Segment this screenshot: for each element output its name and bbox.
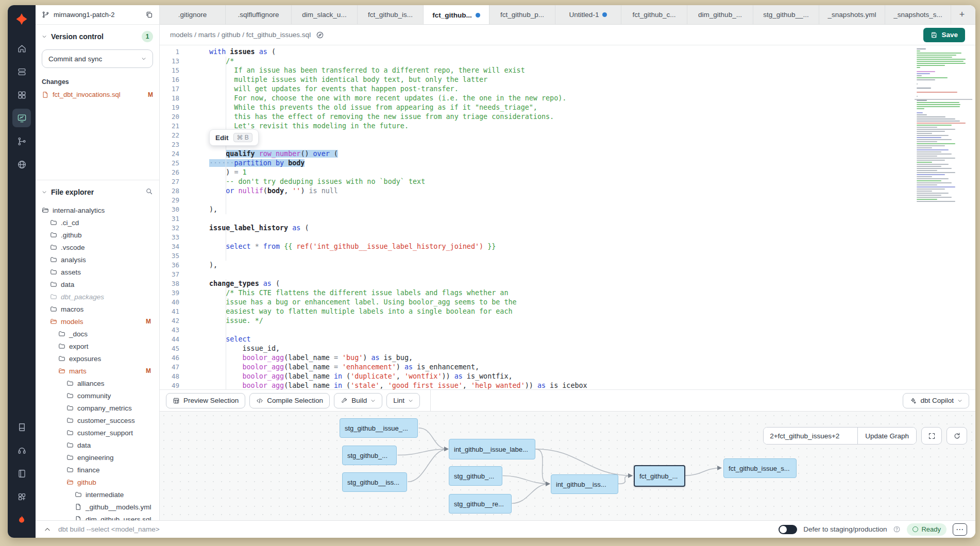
editor-tab[interactable]: fct_github_c... [621,5,687,24]
edit-tooltip[interactable]: Edit ⌘ B [209,129,259,146]
code-line[interactable]: 22 */ [160,131,975,140]
file-tree-item[interactable]: community [42,389,153,402]
code-line[interactable]: 42 issue. */ [160,316,975,326]
lineage-node[interactable]: int_github__issue_labe... [449,439,535,459]
more-options-button[interactable]: ⋯ [953,523,967,536]
save-button[interactable]: Save [923,28,965,42]
docs-book-icon[interactable] [12,418,31,436]
file-tree-item[interactable]: dbt_packages [42,291,153,303]
code-line[interactable]: 36), [160,261,975,270]
file-tree-item[interactable]: intermediate [42,488,153,501]
code-editor[interactable]: Edit ⌘ B 1with issues as (13 /*15 If an … [160,45,975,389]
editor-tab[interactable]: fct_github_p... [489,5,555,24]
refresh-button[interactable] [947,427,967,445]
file-tree-item[interactable]: alliances [42,377,153,389]
file-tree-item[interactable]: _github__models.yml [42,501,153,513]
file-tree-item[interactable]: analysis [42,253,153,266]
file-tree-item[interactable]: engineering [42,451,153,464]
file-tree-item[interactable]: data [42,439,153,451]
file-tree-item[interactable]: github [42,476,153,488]
defer-toggle[interactable] [779,525,797,534]
code-line[interactable]: 32issue_label_history as ( [160,224,975,233]
code-line[interactable]: 40 issue has a bug or enhancement label.… [160,298,975,307]
editor-tab[interactable]: .gitignore [160,5,226,24]
code-line[interactable]: 20 this has the effect of removing the n… [160,112,975,122]
chevron-down-icon[interactable] [42,34,47,39]
commit-and-sync-select[interactable]: Commit and sync [42,49,153,68]
code-line[interactable]: 46 boolor_agg(label_name = 'bug') as is_… [160,353,975,363]
command-input[interactable]: dbt build --select <model_name> [58,525,160,533]
file-tree-item[interactable]: dim_github_users.sql [42,513,153,520]
code-line[interactable]: 49 boolor_agg(label_name in ('stale', 'g… [160,381,975,389]
code-line[interactable]: 25······partition by body [160,159,975,168]
journal-icon[interactable] [12,464,31,483]
editor-tab[interactable]: Untitled-1 [555,5,621,24]
deploy-stack-icon[interactable] [12,62,31,81]
file-tree-item[interactable]: customer_success [42,414,153,426]
code-line[interactable]: 45 issue_id, [160,344,975,353]
code-line[interactable]: 18 For now, choose the one with more rec… [160,94,975,103]
file-tree-item[interactable]: internal-analytics [42,204,153,216]
file-tree-item[interactable]: .ci_cd [42,216,153,229]
explore-globe-icon[interactable] [12,155,31,174]
code-line[interactable]: 24 qualify row_number() over ( [160,149,975,159]
changed-file-item[interactable]: fct_dbt_invocations.sql M [42,91,153,98]
copy-icon[interactable] [145,11,153,19]
help-icon[interactable] [893,525,901,533]
file-tree-item[interactable]: _docs [42,328,153,340]
file-tree-item[interactable]: macros [42,303,153,315]
code-line[interactable]: 17 will get updates for events that happ… [160,84,975,94]
file-tree-item[interactable]: martsM [42,365,153,377]
code-line[interactable]: 30), [160,205,975,214]
editor-tab[interactable]: dim_github_... [687,5,753,24]
lineage-selector-input[interactable] [764,428,857,444]
new-tab-button[interactable]: + [951,5,973,24]
file-tree-item[interactable]: .vscode [42,241,153,253]
code-line[interactable]: 29 [160,196,975,205]
file-tree-item[interactable]: data [42,278,153,291]
lineage-node[interactable]: stg_github_... [449,466,502,486]
chevron-down-icon[interactable] [42,190,47,195]
search-icon[interactable] [145,187,153,197]
file-tree-item[interactable]: modelsM [42,315,153,328]
lineage-node[interactable]: int_github__iss... [551,474,618,494]
fullscreen-button[interactable] [921,427,942,445]
code-line[interactable]: 31 [160,214,975,224]
code-line[interactable]: 37 [160,270,975,279]
code-line[interactable]: 44 select [160,335,975,344]
code-line[interactable]: 39 /* This CTE flattens the different is… [160,288,975,298]
editor-tab[interactable]: fct_github_is... [358,5,424,24]
lineage-node[interactable]: fct_github_issue_s... [723,458,797,478]
code-line[interactable]: 48 boolor_agg(label_name in ('duplicate'… [160,372,975,381]
lineage-node[interactable]: stg_github__issue_... [340,418,418,438]
code-line[interactable]: 1with issues as ( [160,47,975,57]
code-line[interactable]: 21 Let's revisit this modeling in the fu… [160,122,975,131]
code-line[interactable]: 41 easiest way to flatten multiple label… [160,307,975,316]
editor-tab[interactable]: .sqlfluffignore [226,5,292,24]
lineage-compass-icon[interactable] [316,31,324,39]
code-line[interactable]: 34 select * from {{ ref('int_github__iss… [160,242,975,251]
chevron-up-icon[interactable] [44,526,51,533]
code-line[interactable]: 38change_types as ( [160,279,975,288]
lineage-node[interactable]: stg_github__iss... [342,472,407,492]
home-icon[interactable] [12,39,31,58]
file-tree-item[interactable]: .github [42,229,153,241]
update-graph-button[interactable]: Update Graph [857,428,916,444]
develop-ide-icon[interactable] [12,109,31,127]
editor-tab[interactable]: stg_github__... [753,5,819,24]
file-tree-item[interactable]: export [42,340,153,352]
lineage-node[interactable]: stg_github__re... [449,494,512,514]
compile-selection-button[interactable]: Compile Selection [249,393,330,408]
branch-merge-icon[interactable] [12,132,31,150]
code-line[interactable]: 19 While this prevents the old issue fro… [160,103,975,112]
editor-tab[interactable]: _snapshots.yml [819,5,885,24]
code-line[interactable]: 26 ) = 1 [160,168,975,177]
dbt-logo-icon[interactable] [13,10,30,28]
preview-selection-button[interactable]: Preview Selection [166,393,245,408]
editor-tab[interactable]: _snapshots_s... [885,5,951,24]
support-headset-icon[interactable] [12,441,31,459]
code-line[interactable]: 47 boolor_agg(label_name = 'enhancement'… [160,363,975,372]
lineage-node[interactable]: fct_github_... [634,465,685,487]
code-line[interactable]: 13 /* [160,57,975,66]
code-line[interactable]: 28 or nullif(body, '') is null [160,186,975,196]
